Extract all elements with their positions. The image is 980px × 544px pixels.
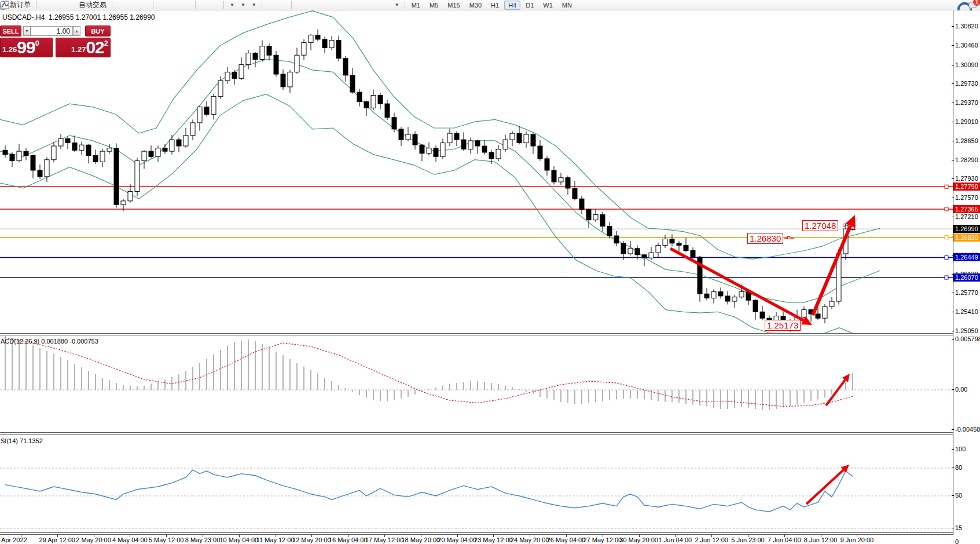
candle-body [406,134,410,140]
buy-button[interactable]: BUY [85,25,111,36]
candle-body [260,46,265,60]
time-axis-label: 8 May 23:00 [185,536,221,543]
annotation-price-label[interactable]: 1.26830 [747,233,783,244]
pane-separator[interactable] [0,432,953,435]
level-line-handle[interactable] [945,185,948,188]
volume-increase-button[interactable]: ▲ [73,26,80,36]
level-price-badge: 1.26070 [953,273,980,282]
text-label-tool-icon[interactable]: T [382,1,391,10]
time-axis-label: 27 May 12:00 [583,536,622,543]
bollinger-upper-band[interactable] [0,11,880,259]
annotation-handle[interactable] [843,224,846,227]
pane-separator[interactable] [0,333,953,335]
candle-body [378,96,383,104]
macd-signal-line[interactable] [5,338,853,407]
rsi-label: SI(14) 71.1352 [1,437,43,444]
arrow-objects-icon [0,1,9,10]
current-price-badge: 1.26990 [953,225,980,233]
candle-body [496,149,501,158]
candle-body [211,96,216,114]
candle-body [482,146,487,152]
candle-body [468,141,473,149]
time-axis[interactable]: Apr 202229 Apr 12:002 May 20:004 May 04:… [0,535,953,544]
macd-axis-tick: 0.00 [955,386,967,393]
price-axis-tick: 1.25410 [955,308,978,315]
annotation-price-label[interactable]: 1.27048 [802,220,838,231]
time-axis-label: 24 May 20:00 [511,536,549,543]
candle-body [183,136,188,146]
sell-price-point: 0 [35,39,39,48]
candle-body [52,146,56,160]
candle-body [121,201,126,205]
candle-body [3,150,8,154]
trend-arrow[interactable] [670,249,803,320]
volume-input[interactable]: 1.00 [31,26,73,36]
candle-body [441,143,445,157]
candle-body [79,145,84,150]
time-axis-label: 1 Jun 04:00 [659,536,692,543]
candle-body [322,39,327,48]
rsi-axis-tick: 50 [955,492,962,499]
annotation-price-label[interactable]: 1.25173 [765,320,801,331]
level-line-handle[interactable] [945,276,948,279]
candle-body [427,148,431,154]
caret-up-icon: ▲ [75,29,79,33]
candle-body [670,239,674,243]
candle-body [566,178,570,188]
candle-body [823,306,827,318]
time-axis-label: 20 May 04:00 [438,536,476,543]
candle-body [718,292,723,296]
time-axis-label: 12 May 20:00 [292,536,331,543]
candle-body [399,129,403,140]
time-axis-label: Apr 2022 [1,536,27,543]
level-line-handle[interactable] [945,236,948,239]
candle-body [510,133,515,140]
buy-price-pips: 02 [86,39,104,56]
candle-body [100,151,105,162]
candle-body [739,292,744,297]
candle-body [343,59,348,75]
annotation-handle[interactable] [787,236,790,239]
candle-body [364,101,369,108]
level-price-badge: 1.27790 [953,182,980,191]
buy-price-button[interactable]: 1.27 02 2 [56,38,111,57]
candle-body [128,191,133,200]
sell-price-button[interactable]: 1.26 99 0 [0,38,53,57]
one-click-trading-panel: SELL ▼ 1.00 ▲ BUY 1.26 99 0 1.27 02 2 [0,25,111,65]
candle-body [593,215,598,220]
candle-body [246,53,251,65]
search-icon[interactable] [956,1,965,10]
trend-arrow[interactable] [826,380,845,406]
main-chart-canvas[interactable] [0,10,953,335]
candle-body [309,35,313,43]
macd-canvas[interactable] [0,335,953,435]
candle-body [107,148,112,151]
rsi-line[interactable] [5,470,853,512]
candle-body [281,74,285,87]
bollinger-lower-band[interactable] [0,94,874,335]
notifications-icon[interactable]: 1 [968,1,978,10]
candle-body [218,81,223,96]
time-axis-label: 18 May 20:00 [401,536,440,543]
time-axis-label: 5 May 12:00 [149,536,184,543]
level-line-handle[interactable] [945,255,948,259]
candle-body [579,199,584,209]
candle-body [559,178,563,182]
chart-window[interactable]: USDCAD-,H4 1.26955 1.27001 1.26955 1.269… [0,10,980,544]
time-axis-label: 16 May 04:00 [329,536,368,543]
candle-body [552,170,556,182]
bollinger-middle-band[interactable] [0,60,880,302]
candle-body [295,55,299,72]
volume-decrease-button[interactable]: ▼ [23,26,31,36]
candle-body [607,227,612,236]
level-line-handle[interactable] [945,207,948,211]
candle-body [475,141,480,146]
sell-button[interactable]: SELL [0,25,21,36]
candle-body [545,159,549,170]
price-axis-tick: 1.27930 [955,175,978,182]
rsi-canvas[interactable] [0,435,953,535]
price-axis[interactable]: 1.308201.304601.300901.297301.293701.290… [953,10,980,535]
price-axis-tick: 1.30460 [955,42,978,49]
candle-body [711,292,716,298]
price-axis-tick: 1.27210 [955,213,978,220]
